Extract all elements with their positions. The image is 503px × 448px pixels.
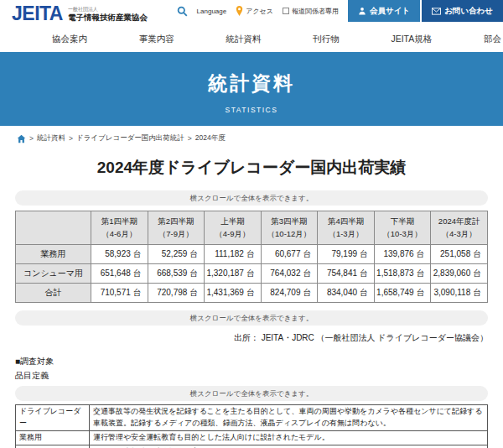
item-definition-heading: 品目定義 [15,370,503,382]
value-cell: 2,839,060 台 [431,264,488,284]
contact-label: お問い合わせ [444,6,493,17]
language-link[interactable]: Language [197,0,227,22]
press-icon [283,8,289,14]
definition-text: 運行管理や安全運転教育も目的とした法人向けに設計されたモデル。 [90,430,488,445]
value-cell: 834,040 台 [318,284,375,303]
banner-subtitle: STATISTICS [0,106,503,114]
value-cell: 764,032 台 [261,264,318,284]
access-link[interactable]: アクセス [236,0,273,22]
page-banner: 統計資料 STATISTICS [0,52,503,126]
value-cell: 651,648 台 [91,264,148,284]
column-header: 第2四半期（7-9月） [148,211,205,245]
breadcrumb-separator: > [29,134,34,143]
column-header: 上半期（4-9月） [205,211,262,245]
language-label: Language [197,8,227,15]
value-cell: 251,058 台 [431,245,488,264]
shipment-table: 第1四半期（4-6月） 第2四半期（7-9月） 上半期（4-9月） 第3四半期（… [15,211,488,303]
breadcrumb-current: 2024年度 [195,133,226,143]
nav-item-standards[interactable]: JEITA規格 [391,34,432,45]
press-link[interactable]: 報道関係者専用 [283,0,339,22]
person-icon [358,7,366,15]
org-name-label: 電子情報技術産業協会 [68,13,148,22]
jeita-logo-text: JEITA [12,4,63,23]
jeita-logo[interactable]: JEITA 一般社団法人 電子情報技術産業協会 [12,4,148,23]
main-nav: 協会案内 事業内容 統計資料 刊行物 JEITA規格 部会 [0,27,503,52]
access-label: アクセス [246,7,273,16]
source-note: 出所： JEITA・JDRC （一般社団法人 ドライブレコーダー協議会） [15,332,488,344]
row-label: 業務用 [16,245,91,264]
value-cell: 720,798 台 [148,284,205,303]
map-pin-icon [236,6,243,16]
site-header: JEITA 一般社団法人 電子情報技術産業協会 Language アクセス 報道… [0,0,503,27]
value-cell: 58,923 台 [91,245,148,264]
press-label: 報道関係者専用 [292,7,339,16]
breadcrumb-link-statistics[interactable]: 統計資料 [37,133,65,143]
value-cell: 139,876 台 [374,245,431,264]
nav-item-publications[interactable]: 刊行物 [313,34,340,45]
value-cell: 1,431,369 台 [205,284,262,303]
value-cell: 3,090,118 台 [431,284,488,303]
definition-term: ドライブレコーダー [16,405,90,431]
column-header: 第4四半期（1-3月） [318,211,375,245]
definitions-table: ドライブレコーダー 交通事故等の発生状況を記録することを主たる目的として、車両の… [15,404,488,448]
value-cell: 710,571 台 [91,284,148,303]
value-cell: 754,841 台 [318,264,375,284]
column-header: 下半期（10-3月） [374,211,431,245]
header-utilities: Language アクセス 報道関係者専用 会員サイト お問い合わ [177,0,503,22]
shipment-table-header-row: 第1四半期（4-6月） 第2四半期（7-9月） 上半期（4-9月） 第3四半期（… [16,211,488,245]
definition-text: 万が一の事故時の映像記録を主目的とするもの。 [90,445,488,448]
page-title: 2024年度ドライブレコーダー国内出荷実績 [0,157,503,179]
search-button[interactable] [177,0,188,22]
row-label: コンシューマ用 [16,264,91,284]
empty-corner-cell [16,211,91,245]
column-header: 2024年度計（4-3月） [431,211,488,245]
definition-term: 業務用 [16,430,90,445]
nav-item-committees[interactable]: 部会 [484,34,501,45]
table-row-consumer: コンシューマ用 651,648 台 668,539 台 1,320,187 台 … [16,264,488,284]
scroll-hint: 横スクロールで全体を表示できます。 [15,190,488,206]
mail-icon [432,8,441,15]
value-cell: 79,199 台 [318,245,375,264]
org-type-label: 一般社団法人 [68,7,148,13]
definition-row-driverecorder: ドライブレコーダー 交通事故等の発生状況を記録することを主たる目的として、車両の… [16,405,488,431]
value-cell: 1,518,873 台 [374,264,431,284]
member-site-button[interactable]: 会員サイト [348,0,420,22]
banner-title: 統計資料 [0,70,503,96]
member-site-label: 会員サイト [370,6,410,17]
column-header: 第1四半期（4-6月） [91,211,148,245]
contact-button[interactable]: お問い合わせ [422,0,503,22]
definition-row-consumer: コンシューマ用 万が一の事故時の映像記録を主目的とするもの。 [16,445,488,448]
value-cell: 824,709 台 [261,284,318,303]
scroll-hint: 横スクロールで全体を表示できます。 [15,386,488,401]
table-row-commercial: 業務用 58,923 台 52,259 台 111,182 台 60,677 台… [16,245,488,264]
org-name-block: 一般社団法人 電子情報技術産業協会 [68,7,148,23]
nav-item-business[interactable]: 事業内容 [139,34,174,45]
nav-item-statistics[interactable]: 統計資料 [226,34,261,45]
definition-text: 交通事故等の発生状況を記録することを主たる目的として、車両の周囲や挙動をカメラや… [90,405,488,431]
value-cell: 60,677 台 [261,245,318,264]
column-header: 第3四半期（10-12月） [261,211,318,245]
breadcrumb: > 統計資料 > ドライブレコーダー国内出荷統計 > 2024年度 [0,126,503,143]
search-icon [177,6,188,17]
home-icon[interactable] [17,134,26,143]
table-row-total: 合計 710,571 台 720,798 台 1,431,369 台 824,7… [16,284,488,303]
scroll-hint: 横スクロールで全体を表示できます。 [15,310,488,326]
breadcrumb-link-driverecorder-stats[interactable]: ドライブレコーダー国内出荷統計 [76,133,184,143]
breadcrumb-separator: > [188,134,192,143]
value-cell: 111,182 台 [205,245,262,264]
definition-row-commercial: 業務用 運行管理や安全運転教育も目的とした法人向けに設計されたモデル。 [16,430,488,445]
value-cell: 52,259 台 [148,245,205,264]
value-cell: 1,320,187 台 [205,264,262,284]
definition-term: コンシューマ用 [16,445,90,448]
breadcrumb-separator: > [69,134,73,143]
survey-target-heading: ■調査対象 [15,356,503,367]
value-cell: 1,658,749 台 [374,284,431,303]
value-cell: 668,539 台 [148,264,205,284]
nav-item-about[interactable]: 協会案内 [52,34,87,45]
row-label: 合計 [16,284,91,303]
